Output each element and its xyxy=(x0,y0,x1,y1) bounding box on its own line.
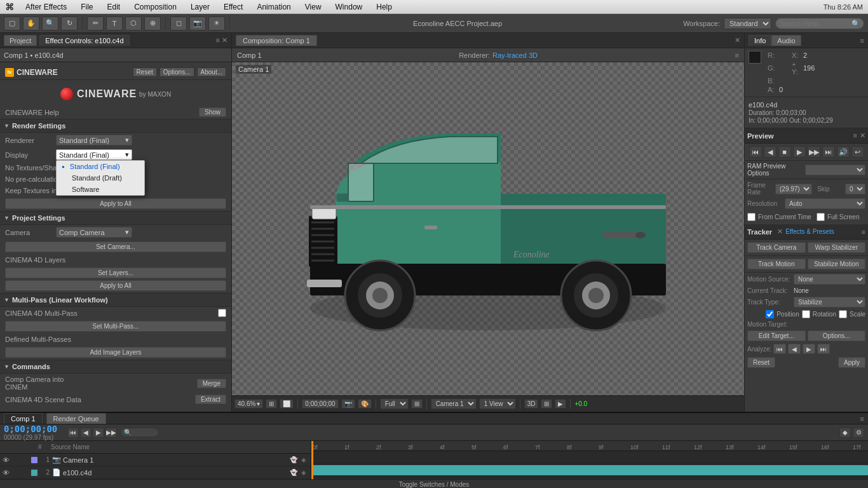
analyze-last-button[interactable]: ⏭ xyxy=(817,344,830,354)
options-button[interactable]: Options... xyxy=(159,67,194,77)
audio-button[interactable]: 🔊 xyxy=(837,146,850,158)
set-layers-button[interactable]: Set Layers... xyxy=(5,268,226,278)
commands-header[interactable]: ▼ Commands xyxy=(0,360,231,374)
full-screen-checkbox[interactable] xyxy=(817,213,825,221)
about-button[interactable]: About... xyxy=(197,67,226,77)
scale-checkbox[interactable] xyxy=(839,310,847,318)
render-preview[interactable]: ▶ xyxy=(555,399,566,409)
show-button[interactable]: Show xyxy=(199,107,226,117)
preview-close-icon[interactable]: ✕ xyxy=(860,132,865,140)
camera-select[interactable]: Comp Camera ▾ xyxy=(56,227,132,238)
track-type-select[interactable]: Stabilize xyxy=(794,297,865,308)
3d-view-button[interactable]: 3D xyxy=(524,399,539,409)
track-camera-button[interactable]: Track Camera xyxy=(747,242,806,253)
render-settings-header[interactable]: ▼ Render Settings xyxy=(0,119,231,133)
tab-render-queue[interactable]: Render Queue xyxy=(46,413,106,424)
toggle-switches-modes[interactable]: Toggle Switches / Modes xyxy=(0,479,868,488)
extract-button[interactable]: Extract xyxy=(195,395,226,404)
workspace-select[interactable]: Standard xyxy=(724,18,771,29)
set-camera-button[interactable]: Set Camera... xyxy=(5,241,226,252)
display-select[interactable]: Standard (Final) ▾ xyxy=(56,149,132,160)
multipass-header[interactable]: ▼ Multi-Pass (Linear Workflow) xyxy=(0,293,231,307)
shy-icon-2[interactable]: 👻 xyxy=(289,469,298,476)
skip-select[interactable]: 0 xyxy=(845,184,865,194)
panel-close-icon[interactable]: ✕ xyxy=(222,36,227,44)
camera-select[interactable]: Camera 1 xyxy=(431,398,477,409)
first-frame-button[interactable]: ⏮ xyxy=(749,146,762,158)
tab-comp-1[interactable]: Comp 1 xyxy=(4,413,43,424)
grid-button[interactable]: ⊞ xyxy=(541,399,552,409)
tool-stamp[interactable]: ⊕ xyxy=(144,17,161,30)
stop-button[interactable]: ■ xyxy=(778,146,791,158)
show-channel[interactable]: 🎨 xyxy=(358,399,372,409)
panel-menu-icon[interactable]: ≡ xyxy=(216,36,220,44)
tl-play-from-start[interactable]: ⏮ xyxy=(67,428,79,438)
menu-composition[interactable]: Composition xyxy=(132,2,179,12)
warp-stabilizer-button[interactable]: Warp Stabilizer xyxy=(808,242,866,253)
eye-icon-2[interactable]: 👁 xyxy=(3,469,11,477)
dropdown-item-standard-final[interactable]: Standard (Final) xyxy=(57,161,144,172)
from-current-time-checkbox[interactable] xyxy=(747,213,756,221)
apply-to-all-2-button[interactable]: Apply to All xyxy=(5,280,226,291)
eye-icon-1[interactable]: 👁 xyxy=(3,456,11,464)
menu-animation[interactable]: Animation xyxy=(254,2,293,12)
comp-close-icon[interactable]: ✕ xyxy=(735,36,740,44)
play-button[interactable]: ▶ xyxy=(793,146,806,158)
tl-next-frame[interactable]: ▶▶ xyxy=(105,428,117,438)
dropdown-item-standard-draft[interactable]: Standard (Draft) xyxy=(57,172,144,184)
analyze-forward-button[interactable]: ▶ xyxy=(803,344,815,354)
rotation-checkbox[interactable] xyxy=(802,310,810,318)
tl-prev-frame[interactable]: ◀ xyxy=(80,428,92,438)
tracker-menu[interactable]: ≡ xyxy=(862,228,865,236)
frame-rate-select[interactable]: (29.97) xyxy=(775,184,812,194)
analyze-back-button[interactable]: ◀ xyxy=(788,344,801,354)
menu-after-effects[interactable]: After Effects xyxy=(23,2,69,12)
renderer-select[interactable]: Standard (Final) ▾ xyxy=(56,135,132,146)
resolution-select[interactable]: Auto xyxy=(785,198,865,209)
tool-select[interactable]: ▢ xyxy=(4,17,20,30)
shy-icon-1[interactable]: 👻 xyxy=(289,456,298,463)
position-checkbox[interactable] xyxy=(766,310,774,318)
tool-zoom[interactable]: 🔍 xyxy=(42,17,58,30)
tool-shape[interactable]: ◻ xyxy=(170,17,187,30)
next-frame-button[interactable]: ▶▶ xyxy=(808,146,820,158)
tl-marker-button[interactable]: ◆ xyxy=(839,428,851,438)
menu-window[interactable]: Window xyxy=(333,2,365,12)
track-motion-button[interactable]: Track Motion xyxy=(747,259,806,269)
analyze-first-button[interactable]: ⏮ xyxy=(773,344,786,354)
apple-menu[interactable]: ⌘ xyxy=(5,2,14,12)
tab-info[interactable]: Info xyxy=(749,35,771,46)
stabilize-motion-button[interactable]: Stabilize Motion xyxy=(808,259,866,269)
menu-view[interactable]: View xyxy=(302,2,324,12)
search-input[interactable] xyxy=(775,18,864,29)
reset-button[interactable]: Reset xyxy=(133,67,157,77)
edit-target-button[interactable]: Edit Target... xyxy=(747,330,806,341)
set-multipass-button[interactable]: Set Multi-Pass... xyxy=(5,321,226,332)
tl-search-input[interactable] xyxy=(121,428,159,437)
view-select[interactable]: 1 View xyxy=(479,398,516,409)
apply-to-all-1-button[interactable]: Apply to All xyxy=(5,198,226,209)
tab-effect-controls[interactable]: Effect Controls: e100.c4d xyxy=(39,35,129,46)
menu-help[interactable]: Help xyxy=(374,2,395,12)
quality-select[interactable]: Full xyxy=(380,398,409,409)
tl-comp-settings[interactable]: ⚙ xyxy=(853,428,864,438)
info-panel-menu[interactable]: ≡ xyxy=(860,37,864,44)
zoom-indicator[interactable]: 40.6%▾ xyxy=(234,399,263,409)
menu-layer[interactable]: Layer xyxy=(188,2,212,12)
project-settings-header[interactable]: ▼ Project Settings xyxy=(0,211,231,225)
pixel-ratio[interactable]: ⊞ xyxy=(411,399,423,409)
tl-play[interactable]: ▶ xyxy=(93,428,104,438)
snapshot-button[interactable]: 📷 xyxy=(341,399,355,409)
comp-settings-icon[interactable]: ≡ xyxy=(735,51,739,59)
cinema4d-multipass-checkbox[interactable] xyxy=(218,309,226,317)
menu-file[interactable]: File xyxy=(78,2,95,12)
quality-icon-2[interactable]: ◈ xyxy=(299,469,308,476)
menu-effect[interactable]: Effect xyxy=(221,2,245,12)
tool-pen[interactable]: ✏ xyxy=(87,17,104,30)
loop-button[interactable]: ↩ xyxy=(851,146,864,158)
motion-source-select[interactable]: None xyxy=(794,274,865,285)
fit-button[interactable]: ⊞ xyxy=(266,399,277,409)
tab-project[interactable]: Project xyxy=(4,35,37,46)
preview-menu-icon[interactable]: ≡ xyxy=(853,132,857,140)
quality-icon-1[interactable]: ◈ xyxy=(299,456,308,463)
